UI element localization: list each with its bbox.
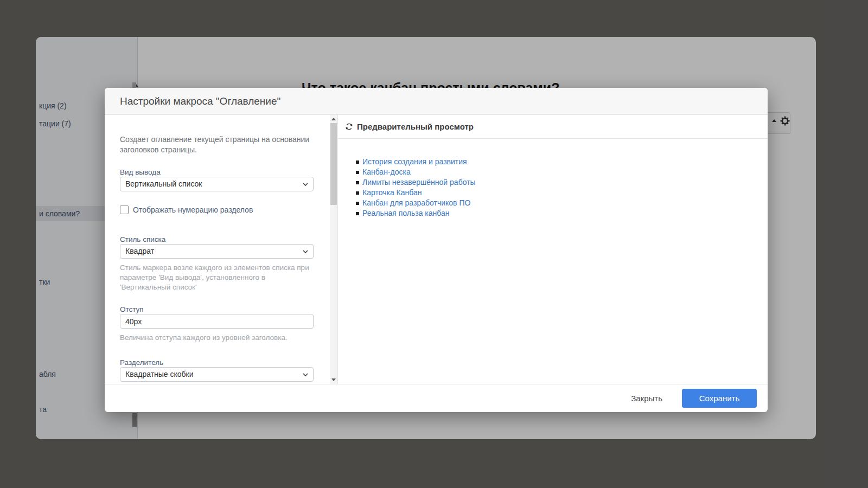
toc-preview-list: История создания и развития Канбан-доска… (338, 157, 768, 219)
scroll-down-icon[interactable] (331, 378, 336, 381)
toc-item: Реальная польза канбан (338, 208, 768, 219)
screen: кция (2) тации (7) и словами? тки абля т… (0, 0, 868, 488)
toc-link[interactable]: Карточка Канбан (362, 188, 422, 197)
toc-link[interactable]: Реальная польза канбан (362, 209, 450, 217)
toc-link[interactable]: История создания и развития (362, 157, 467, 166)
chevron-down-icon (303, 373, 308, 377)
preview-header: Предварительный просмотр (338, 115, 768, 139)
settings-form-pane: Создает оглавление текущей страницы на о… (105, 115, 337, 384)
save-button[interactable]: Сохранить (682, 389, 757, 408)
close-button[interactable]: Закрыть (628, 393, 666, 403)
numbering-checkbox[interactable] (120, 206, 129, 214)
list-style-help: Стиль маркера возле каждого из элементов… (120, 263, 315, 292)
output-type-label: Вид вывода (120, 168, 161, 176)
toc-item: Лимиты незавершённой работы (338, 177, 768, 188)
list-style-label: Стиль списка (120, 235, 165, 243)
dialog-footer: Закрыть Сохранить (105, 384, 768, 412)
indent-input[interactable] (120, 314, 314, 329)
form-scrollbar[interactable] (330, 115, 337, 384)
dialog-body: Создает оглавление текущей страницы на о… (105, 115, 768, 384)
toc-item: Канбан-доска (338, 167, 768, 177)
separator-select[interactable]: Квадратные скобки (120, 367, 314, 382)
numbering-checkbox-row: Отображать нумерацию разделов (120, 206, 253, 214)
list-style-select[interactable]: Квадрат (120, 244, 314, 259)
chevron-down-icon (303, 250, 308, 254)
scroll-up-icon[interactable] (331, 118, 336, 120)
macro-description: Создает оглавление текущей страницы на о… (120, 134, 314, 155)
toc-link[interactable]: Канбан-доска (362, 168, 411, 176)
toc-item: История создания и развития (338, 157, 768, 167)
separator-value: Квадратные скобки (125, 370, 194, 378)
indent-help: Величина отступа каждого из уровней заго… (120, 333, 315, 343)
preview-pane: Предварительный просмотр История создани… (337, 115, 768, 384)
scrollbar-thumb[interactable] (330, 123, 337, 205)
indent-label: Отступ (120, 305, 144, 313)
macro-settings-dialog: Настройки макроса "Оглавление" Создает о… (105, 88, 768, 412)
refresh-icon[interactable] (345, 123, 353, 131)
toc-item: Карточка Канбан (338, 188, 768, 198)
toc-item: Канбан для разработчиков ПО (338, 198, 768, 208)
dialog-title: Настройки макроса "Оглавление" (105, 88, 768, 115)
toc-link[interactable]: Канбан для разработчиков ПО (362, 198, 470, 207)
output-type-select[interactable]: Вертикальный список (120, 177, 314, 191)
preview-title: Предварительный просмотр (357, 122, 474, 131)
chevron-down-icon (303, 183, 308, 187)
separator-label: Разделитель (120, 358, 163, 367)
toc-link[interactable]: Лимиты незавершённой работы (362, 178, 476, 187)
output-type-value: Вертикальный список (125, 179, 202, 188)
numbering-checkbox-label: Отображать нумерацию разделов (133, 206, 253, 214)
list-style-value: Квадрат (125, 247, 154, 255)
